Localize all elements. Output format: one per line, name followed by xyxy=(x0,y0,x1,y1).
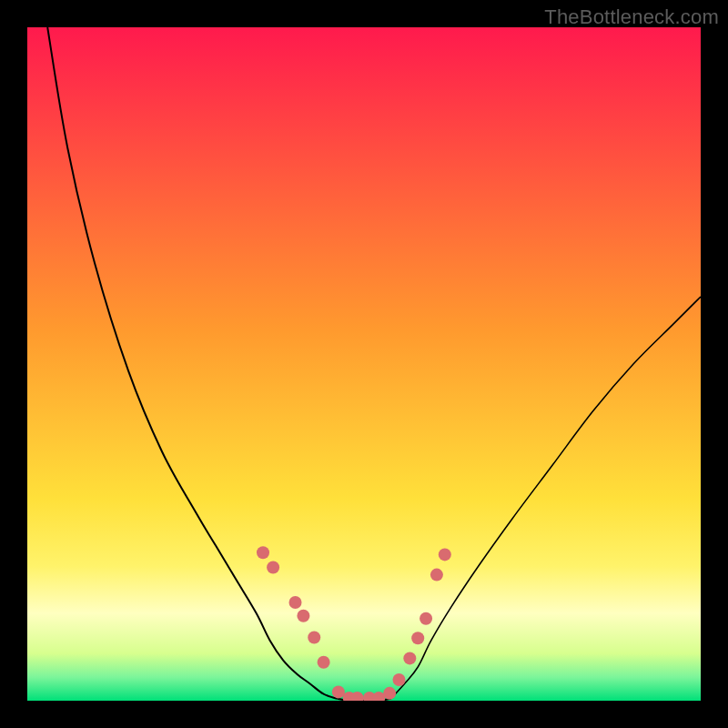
gradient-background xyxy=(27,27,701,701)
marker-dot xyxy=(392,673,405,686)
plot-area xyxy=(27,27,701,701)
marker-dot xyxy=(420,612,432,625)
marker-dot xyxy=(257,546,269,559)
marker-dot xyxy=(332,685,345,698)
watermark-text: TheBottleneck.com xyxy=(544,5,719,29)
marker-dot xyxy=(403,652,416,664)
chart-stage: TheBottleneck.com xyxy=(0,0,728,728)
marker-dot xyxy=(411,632,424,644)
chart-svg xyxy=(27,27,701,701)
marker-dot xyxy=(383,687,396,700)
marker-dot xyxy=(439,548,451,561)
marker-dot xyxy=(430,569,443,581)
marker-dot xyxy=(318,656,330,669)
marker-dot xyxy=(289,596,302,609)
marker-dot xyxy=(267,561,279,573)
marker-dot xyxy=(308,631,320,643)
marker-dot xyxy=(297,610,309,622)
